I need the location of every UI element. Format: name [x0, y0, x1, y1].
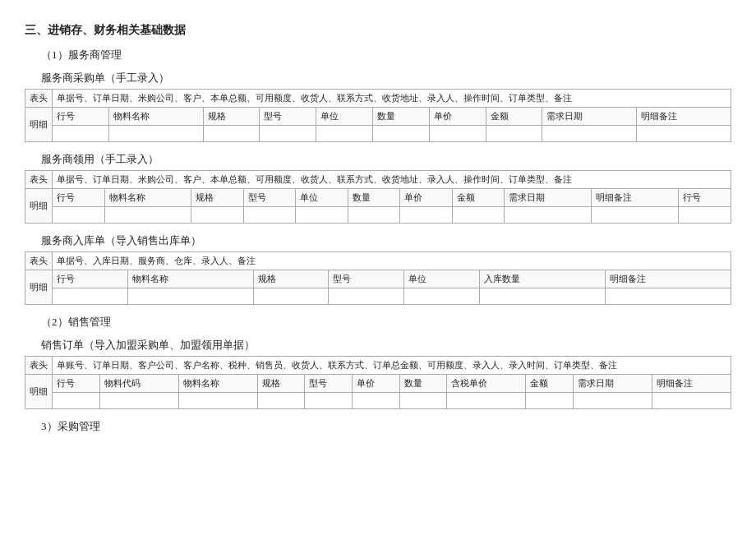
table-row	[25, 126, 731, 142]
table3-title: 服务商入库单（导入销售出库单）	[41, 233, 731, 248]
detail-label-1: 明细	[25, 108, 53, 142]
col-inqty-3: 入库数量	[480, 270, 606, 288]
col-date-2: 需求日期	[505, 189, 592, 207]
col-date-4: 需求日期	[573, 375, 652, 393]
col-qty-4: 数量	[399, 375, 447, 393]
table-row	[25, 288, 731, 305]
col-material-1: 物料名称	[108, 108, 203, 126]
table-row	[25, 393, 731, 409]
col-amount-4: 金额	[526, 375, 574, 393]
table1-title: 服务商采购单（手工录入）	[41, 71, 731, 85]
table-vendor-instock: 表头 单据号、入库日期、服务商、仓库、录入人、备注 明细 行号 物料名称 规格 …	[25, 251, 731, 305]
header-label-4: 表头	[25, 357, 53, 375]
col-note-4: 明细备注	[652, 375, 731, 393]
col-model-4: 型号	[305, 375, 353, 393]
col-unit-3: 单位	[404, 270, 480, 288]
col-price-2: 单价	[400, 189, 453, 207]
col-rownum2-2: 行号	[679, 189, 731, 207]
col-rownum-1: 行号	[53, 108, 109, 126]
col-unit-2: 单位	[296, 189, 348, 207]
col-rownum-2: 行号	[53, 189, 105, 207]
col-spec-4: 规格	[257, 375, 305, 393]
col-qty-1: 数量	[372, 108, 429, 126]
table4-title: 销售订单（导入加盟采购单、加盟领用单据）	[41, 338, 731, 353]
subsection2-label: （2）销售管理	[41, 315, 731, 330]
header-content-2: 单据号、订单日期、米购公司、客户、本单总额、可用额度、收货人、联系方式、收货地址…	[53, 171, 731, 189]
col-amount-2: 金额	[452, 189, 505, 207]
col-code-4: 物料代码	[99, 375, 178, 393]
subsection3-label: 3）采购管理	[41, 419, 731, 434]
detail-label-4: 明细	[25, 375, 53, 409]
col-model-2: 型号	[243, 189, 296, 207]
col-model-1: 型号	[260, 108, 316, 126]
header-label-2: 表头	[25, 171, 53, 189]
col-rownum-3: 行号	[53, 270, 128, 288]
detail-label-2: 明细	[25, 189, 53, 224]
col-note-2: 明细备注	[592, 189, 679, 207]
table-sales-order: 表头 单账号、订单日期、客户公司、客户名称、税种、销售员、收货人、联系方式、订单…	[25, 356, 731, 409]
col-unit-1: 单位	[316, 108, 373, 126]
col-note-3: 明细备注	[605, 270, 731, 288]
table-vendor-purchase: 表头 单据号、订单日期、米购公司、客户、本单总额、可用额度、收货人、联系方式、收…	[25, 89, 731, 142]
col-price-4: 单价	[352, 375, 399, 393]
col-note-1: 明细备注	[637, 108, 731, 126]
header-content-3: 单据号、入库日期、服务商、仓库、录入人、备注	[53, 252, 731, 270]
detail-label-3: 明细	[25, 270, 53, 305]
table-row	[25, 207, 731, 224]
col-price-1: 单价	[429, 108, 486, 126]
header-content-4: 单账号、订单日期、客户公司、客户名称、税种、销售员、收货人、联系方式、订单总金额…	[53, 357, 731, 375]
section-title: 三、进销存、财务相关基础数据	[25, 23, 731, 38]
col-spec-3: 规格	[253, 270, 329, 288]
header-label-3: 表头	[25, 252, 53, 270]
col-spec-2: 规格	[191, 189, 244, 207]
table2-title: 服务商领用（手工录入）	[41, 152, 731, 167]
col-material-3: 物料名称	[127, 270, 253, 288]
col-material-2: 物料名称	[104, 189, 191, 207]
header-label-1: 表头	[25, 90, 53, 108]
subsection1-label: （1）服务商管理	[41, 48, 731, 62]
col-qty-2: 数量	[348, 189, 400, 207]
col-taxprice-4: 含税单价	[447, 375, 526, 393]
col-spec-1: 规格	[203, 108, 260, 126]
col-model-3: 型号	[329, 270, 404, 288]
col-material-4: 物料名称	[178, 375, 257, 393]
col-rownum-4: 行号	[53, 375, 100, 393]
table-vendor-use: 表头 单据号、订单日期、米购公司、客户、本单总额、可用额度、收货人、联系方式、收…	[25, 170, 731, 224]
col-date-1: 需求日期	[542, 108, 637, 126]
col-amount-1: 金额	[486, 108, 542, 126]
header-content-1: 单据号、订单日期、米购公司、客户、本单总额、可用额度、收货人、联系方式、收货地址…	[53, 90, 731, 108]
